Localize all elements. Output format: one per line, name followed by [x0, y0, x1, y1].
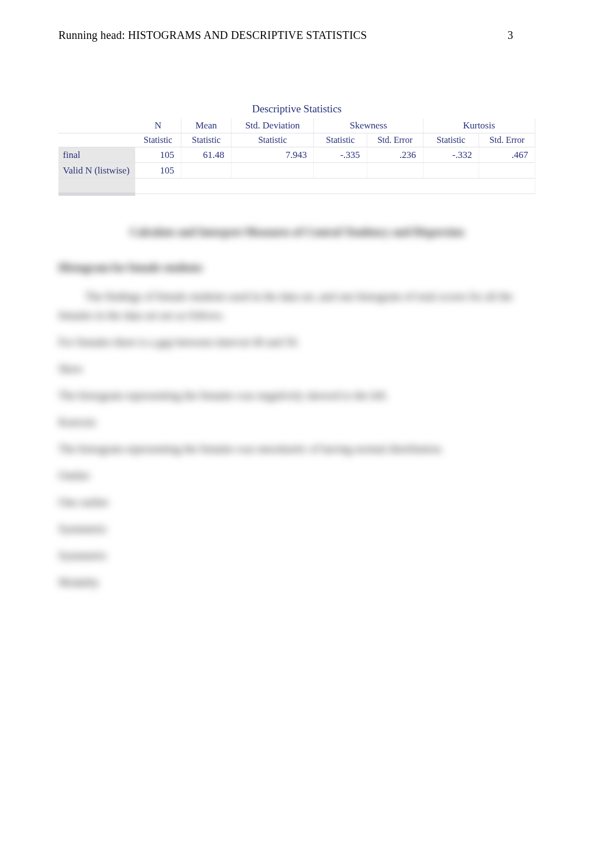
col-mean: Mean: [181, 118, 231, 133]
cell-n: 105: [135, 147, 181, 163]
page-number: 3: [508, 29, 535, 42]
table-header-row-sub: Statistic Statistic Statistic Statistic …: [58, 133, 535, 147]
table-row: final 105 61.48 7.943 -.335 .236 -.332 .…: [58, 147, 535, 163]
row-label-validn: Valid N (listwise): [58, 163, 135, 178]
sub-kurt-stat: Statistic: [423, 133, 479, 147]
sub-blank: [58, 133, 135, 147]
cell-kurt-stat: [423, 163, 479, 178]
cell-kurt-stat: -.332: [423, 147, 479, 163]
blurred-line: Symmetric: [58, 519, 535, 538]
blurred-line: The histogram representing the females w…: [58, 386, 535, 405]
cell-mean: 61.48: [181, 147, 231, 163]
descriptive-statistics-table: N Mean Std. Deviation Skewness Kurtosis …: [58, 118, 535, 196]
row-label-final: final: [58, 147, 135, 163]
col-kurtosis: Kurtosis: [423, 118, 535, 133]
blurred-content: Calculate and Interpret Measures of Cent…: [58, 222, 535, 592]
sub-kurt-err: Std. Error: [479, 133, 535, 147]
blurred-line: Symmetric: [58, 546, 535, 565]
cell-kurt-err: [479, 163, 535, 178]
sub-std: Statistic: [232, 133, 314, 147]
cell-std: 7.943: [232, 147, 314, 163]
blurred-paragraph-1: The findings of female students used in …: [58, 287, 535, 325]
cell-mean: [181, 163, 231, 178]
blurred-line: Skew: [58, 359, 535, 378]
sub-skew-err: Std. Error: [367, 133, 423, 147]
blurred-line: The histogram representing the females w…: [58, 439, 535, 458]
table-row: Valid N (listwise) 105: [58, 163, 535, 178]
blurred-line: Outlier: [58, 466, 535, 485]
cell-std: [232, 163, 314, 178]
table-title: Descriptive Statistics: [58, 103, 535, 115]
sub-mean: Statistic: [181, 133, 231, 147]
blurred-line: One outlier: [58, 493, 535, 512]
col-blank: [58, 118, 135, 133]
sub-n: Statistic: [135, 133, 181, 147]
cell-n: 105: [135, 163, 181, 178]
running-head-row: Running head: HISTOGRAMS AND DESCRIPTIVE…: [58, 29, 535, 42]
cell-skew-stat: [314, 163, 367, 178]
sub-skew-stat: Statistic: [314, 133, 367, 147]
col-std: Std. Deviation: [232, 118, 314, 133]
col-n: N: [135, 118, 181, 133]
table-bottom-bar: [58, 178, 535, 194]
blurred-line: Kurtosis: [58, 413, 535, 431]
cell-kurt-err: .467: [479, 147, 535, 163]
blurred-line: For females there is a gap between inter…: [58, 333, 535, 351]
blurred-section-heading: Calculate and Interpret Measures of Cent…: [58, 222, 535, 241]
col-skewness: Skewness: [314, 118, 423, 133]
blurred-subheading-1: Histogram for female students: [58, 258, 535, 277]
cell-skew-stat: -.335: [314, 147, 367, 163]
descriptive-statistics-section: Descriptive Statistics N Mean Std. Devia…: [58, 103, 535, 196]
table-header-row-groups: N Mean Std. Deviation Skewness Kurtosis: [58, 118, 535, 133]
cell-skew-err: [367, 163, 423, 178]
running-head-text: Running head: HISTOGRAMS AND DESCRIPTIVE…: [58, 29, 367, 42]
blurred-line: Modality: [58, 573, 535, 592]
cell-skew-err: .236: [367, 147, 423, 163]
